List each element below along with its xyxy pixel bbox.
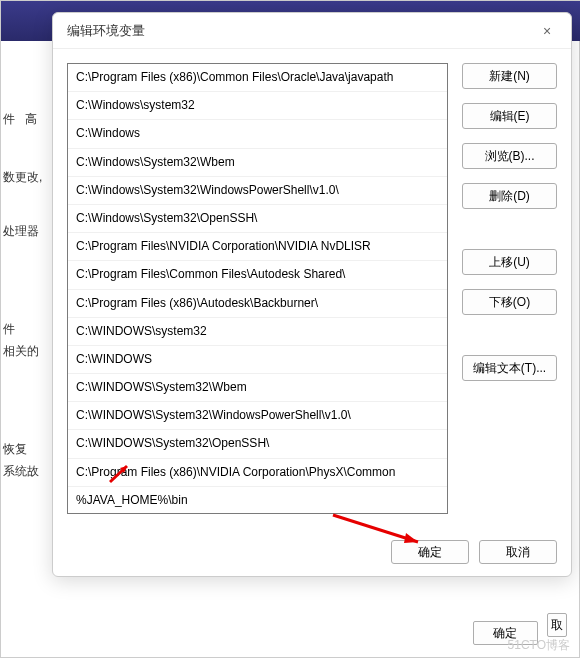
path-entry[interactable]: C:\Program Files (x86)\NVIDIA Corporatio… — [68, 459, 447, 487]
dialog-titlebar: 编辑环境变量 × — [53, 13, 571, 49]
bg-line-4: 相关的 — [1, 343, 39, 360]
cancel-button[interactable]: 取消 — [479, 540, 557, 564]
delete-button[interactable]: 删除(D) — [462, 183, 557, 209]
move-up-button[interactable]: 上移(U) — [462, 249, 557, 275]
path-entry[interactable]: C:\Windows\System32\Wbem — [68, 149, 447, 177]
ok-button[interactable]: 确定 — [391, 540, 469, 564]
path-entry[interactable]: C:\Program Files\NVIDIA Corporation\NVID… — [68, 233, 447, 261]
edit-env-var-dialog: 编辑环境变量 × C:\Program Files (x86)\Common F… — [52, 12, 572, 577]
path-entry[interactable]: C:\Windows\system32 — [68, 92, 447, 120]
parent-cancel-button[interactable]: 取 — [547, 613, 567, 637]
path-entry[interactable]: C:\Program Files\Common Files\Autodesk S… — [68, 261, 447, 289]
new-button[interactable]: 新建(N) — [462, 63, 557, 89]
path-entry[interactable]: C:\Program Files (x86)\Autodesk\Backburn… — [68, 290, 447, 318]
close-button[interactable]: × — [531, 17, 563, 45]
bg-line-3: 件 — [1, 321, 15, 338]
path-entry[interactable]: C:\WINDOWS\System32\WindowsPowerShell\v1… — [68, 402, 447, 430]
bg-line-1: 数更改, — [1, 169, 42, 186]
edit-button[interactable]: 编辑(E) — [462, 103, 557, 129]
dialog-title: 编辑环境变量 — [67, 22, 145, 40]
side-buttons: 新建(N) 编辑(E) 浏览(B)... 删除(D) 上移(U) 下移(O) 编… — [462, 63, 557, 514]
path-entry[interactable]: C:\WINDOWS — [68, 346, 447, 374]
path-entry[interactable]: C:\WINDOWS\System32\Wbem — [68, 374, 447, 402]
bg-line-6: 系统故 — [1, 463, 39, 480]
path-entry[interactable]: C:\Windows\System32\WindowsPowerShell\v1… — [68, 177, 447, 205]
path-entry[interactable]: C:\Windows — [68, 120, 447, 148]
close-icon: × — [543, 23, 551, 39]
path-entry[interactable]: %JAVA_HOME%\bin — [68, 487, 447, 514]
dialog-body: C:\Program Files (x86)\Common Files\Orac… — [53, 49, 571, 526]
path-entry[interactable]: C:\WINDOWS\System32\OpenSSH\ — [68, 430, 447, 458]
browse-button[interactable]: 浏览(B)... — [462, 143, 557, 169]
parent-title: arc — [19, 46, 36, 60]
path-entry[interactable]: C:\Program Files (x86)\Common Files\Orac… — [68, 64, 447, 92]
path-entry[interactable]: C:\WINDOWS\system32 — [68, 318, 447, 346]
bg-line-2: 处理器 — [1, 223, 39, 240]
path-list[interactable]: C:\Program Files (x86)\Common Files\Orac… — [67, 63, 448, 514]
bg-line-5: 恢复 — [1, 441, 27, 458]
move-down-button[interactable]: 下移(O) — [462, 289, 557, 315]
dialog-footer: 确定 取消 — [391, 540, 557, 564]
bg-tab-1: 件 高 — [1, 111, 37, 128]
watermark: 51CTO博客 — [508, 637, 570, 654]
path-entry[interactable]: C:\Windows\System32\OpenSSH\ — [68, 205, 447, 233]
edit-text-button[interactable]: 编辑文本(T)... — [462, 355, 557, 381]
